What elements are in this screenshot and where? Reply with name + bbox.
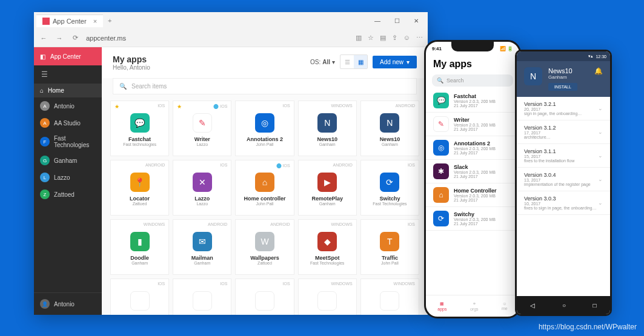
app-card[interactable]: WINDOWS N News10 Ganham [298, 100, 357, 156]
sidebar-item[interactable]: F Fast Technologies [34, 131, 102, 152]
ios-list-item[interactable]: 💬 Fastchat Version 2.0.3, 200 MB 21 July… [426, 89, 519, 113]
version-item[interactable]: Version 3.1.1 15, 2017 fixes to the inst… [517, 144, 610, 168]
menu-icon[interactable]: ⋯ [416, 34, 423, 42]
tab-close-icon[interactable]: × [93, 18, 97, 25]
app-card[interactable]: WINDOWS [360, 278, 419, 315]
smile-icon[interactable]: ☺ [403, 34, 410, 42]
sidebar-item[interactable]: L Lazzo [34, 169, 102, 186]
app-meta: Version 2.0.3, 200 MB [454, 147, 496, 151]
app-card[interactable]: ANDROID ▶ RemotePlay Ganham [298, 160, 357, 216]
home-icon: ⌂ [40, 87, 44, 94]
os-filter[interactable]: OS: All ▾ [310, 59, 335, 65]
org-label: Antonio [54, 103, 75, 110]
app-card[interactable]: ★ ⬤ IOS ✎ Writer Lazzo [173, 100, 231, 156]
ios-list-item[interactable]: ⌂ Home Controller Version 2.0.3, 200 MB … [426, 183, 519, 207]
ios-list-item[interactable]: ◎ Annotations 2 Version 2.0.3, 200 MB 21… [426, 136, 519, 160]
version-item[interactable]: Version 3.1.2 17, 2017 architecture… ⌄ [517, 120, 610, 144]
sidebar-item[interactable]: Z Zattoed [34, 186, 102, 203]
add-new-button[interactable]: Add new ▾ [373, 56, 417, 68]
reading-icon[interactable]: ▥ [356, 34, 362, 42]
app-card[interactable]: IOS ✕ Lazzo Lazzo [173, 160, 231, 216]
hamburger-icon[interactable]: ☰ [34, 65, 102, 84]
android-status-bar: ▾▴ 12:30 [517, 51, 610, 61]
app-card[interactable]: IOS [235, 278, 294, 315]
app-icon: 💬 [433, 93, 449, 108]
ios-list-item[interactable]: ⟳ Switchy Version 2.0.3, 200 MB 21 July … [426, 207, 519, 231]
app-card[interactable]: WINDOWS [298, 278, 357, 315]
sidebar-footer[interactable]: 👤 Antonio [34, 292, 102, 315]
app-icon [317, 291, 337, 311]
app-card[interactable]: IOS ⟳ Switchy Fast Technologies [360, 160, 419, 216]
notes-icon[interactable]: ▤ [380, 34, 386, 42]
sidebar-item[interactable]: A AA Studio [34, 114, 102, 131]
ios-tab-orgs[interactable]: ⚭orgs [470, 301, 479, 311]
os-tag: IOS [158, 282, 165, 286]
star-icon[interactable]: ☆ [368, 34, 374, 42]
app-card[interactable]: ANDROID W Wallpapers Zattoed [235, 219, 294, 275]
browser-tab[interactable]: App Center × [36, 15, 103, 27]
sidebar-brand[interactable]: ◧ App Center [34, 47, 102, 65]
share-icon[interactable]: ⇪ [392, 34, 397, 42]
app-icon [380, 291, 399, 311]
tab-favicon [42, 18, 50, 25]
ios-app-list: 💬 Fastchat Version 2.0.3, 200 MB 21 July… [426, 89, 519, 295]
install-button[interactable]: INSTALL [548, 83, 577, 91]
maximize-button[interactable]: ☐ [388, 13, 406, 28]
app-card[interactable]: ANDROID 📍 Locator Zattoed [110, 160, 169, 216]
sidebar-item[interactable]: A Antonio [34, 97, 102, 114]
back-button[interactable]: ← [39, 35, 48, 42]
ios-search-input[interactable]: 🔍 Search [432, 74, 513, 87]
new-tab-button[interactable]: + [103, 16, 116, 25]
app-owner: Lazzo [196, 202, 208, 206]
minimize-button[interactable]: — [368, 13, 387, 28]
app-owner: Ganham [319, 202, 336, 206]
app-icon: ⌂ [255, 173, 274, 192]
app-icon: ✱ [433, 163, 449, 179]
version-item[interactable]: Version 3.0.4 13, 2017 implementation of… [517, 168, 610, 191]
android-mockup: ▾▴ 12:30 N News10 Ganham INSTALL 🔔 Versi… [515, 50, 612, 316]
version-name: Version 3.1.1 [524, 148, 574, 154]
list-view-button[interactable]: ☰ [340, 55, 354, 68]
version-item[interactable]: Version 3.2.1 20, 2017 sign in page, the… [517, 97, 610, 120]
os-tag: IOS [220, 104, 227, 108]
grid-view-button[interactable]: ▦ [354, 55, 367, 68]
ios-list-item[interactable]: ✎ Writer Version 2.0.3, 200 MB 21 July 2… [426, 113, 519, 136]
ios-tab-apps[interactable]: ▦apps [437, 301, 446, 311]
app-card[interactable]: ⬤ IOS ⌂ Home controller John Pall [235, 160, 294, 216]
app-card[interactable]: ANDROID N News10 Ganham [360, 100, 419, 156]
android-back-icon[interactable]: ◁ [530, 302, 535, 309]
bell-icon[interactable]: 🔔 [594, 67, 603, 91]
app-card[interactable]: IOS ◎ Annotations 2 John Pall [235, 100, 294, 156]
app-name: Wallpapers [250, 255, 279, 261]
ios-list-item[interactable]: ✱ Slack Version 2.0.3, 200 MB 21 July 20… [426, 160, 519, 183]
close-button[interactable]: ✕ [407, 13, 425, 28]
version-notes: sign in page, the onboarding… [524, 111, 582, 116]
app-card[interactable]: IOS [110, 278, 169, 315]
url-field[interactable]: appcenter.ms [86, 35, 350, 42]
search-input[interactable]: 🔍 Search items [113, 78, 417, 94]
android-recent-icon[interactable]: □ [593, 302, 597, 309]
ios-tab-me[interactable]: ☺me [502, 301, 508, 311]
app-meta: Version 2.0.3, 200 MB [454, 217, 496, 222]
app-name: Writer [194, 136, 210, 142]
android-home-icon[interactable]: ○ [562, 302, 566, 309]
app-icon: ◎ [433, 140, 449, 156]
app-name: Home controller [244, 196, 285, 202]
sidebar-item[interactable]: G Ganham [34, 152, 102, 169]
app-card[interactable]: IOS [173, 278, 231, 315]
app-name: Annotations 2 [454, 140, 496, 147]
app-card[interactable]: IOS T Traffic John Pall [360, 219, 419, 275]
forward-button[interactable]: → [55, 35, 64, 42]
star-icon: ★ [177, 104, 182, 110]
app-card[interactable]: ★ IOS 💬 Fastchat Fast technologies [110, 100, 169, 156]
refresh-button[interactable]: ⟳ [70, 34, 80, 42]
version-item[interactable]: Version 3.0.3 10, 2017 fixes to sign in … [517, 191, 610, 215]
app-card[interactable]: WINDOWS ◆ MeetSpot Fast Technologies [298, 219, 357, 275]
app-card[interactable]: WINDOWS ▮ Doodle Ganham [110, 219, 169, 275]
os-tag: IOS [283, 104, 290, 108]
orgs-icon: ⚭ [473, 301, 476, 306]
app-card[interactable]: ANDROID ✉ Mailman Ganham [173, 219, 231, 275]
chevron-down-icon: ⌄ [598, 129, 603, 135]
version-name: Version 3.0.3 [524, 196, 596, 202]
sidebar-home[interactable]: ⌂ Home [34, 84, 102, 97]
